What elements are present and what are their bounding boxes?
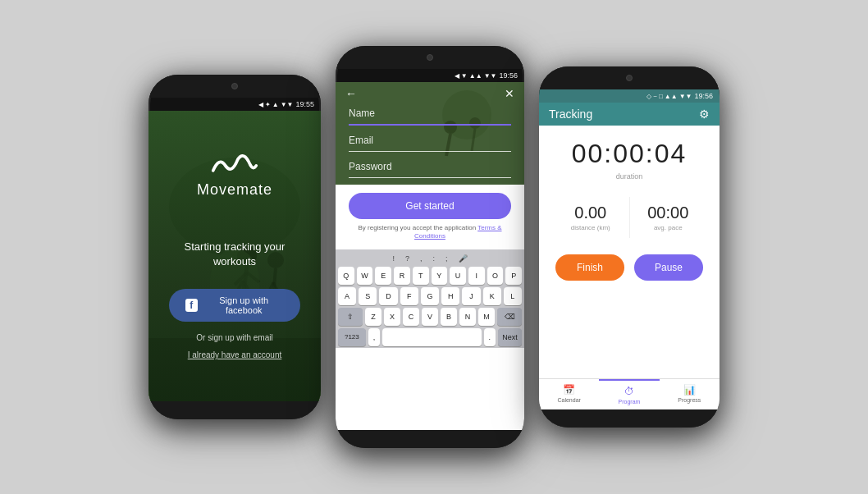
comma-key[interactable]: , — [368, 328, 380, 346]
key-f[interactable]: F — [400, 287, 418, 305]
key-colon[interactable]: : — [429, 253, 440, 264]
space-key[interactable] — [382, 328, 481, 346]
form-below: Get started By registering you accept th… — [336, 185, 524, 249]
facebook-icon: f — [185, 299, 198, 312]
stats-row: 0.00 distance (km) 00:00 avg. pace — [552, 197, 706, 238]
progress-icon: 📊 — [683, 384, 696, 396]
name-field-container — [349, 105, 511, 126]
facebook-signup-button[interactable]: f Sign up with facebook — [169, 289, 300, 322]
password-input[interactable] — [349, 159, 511, 174]
key-t[interactable]: T — [413, 267, 429, 285]
phone-camera-3 — [626, 75, 633, 81]
duration-label: duration — [616, 172, 643, 181]
login-content: Movemate Starting tracking your workouts… — [148, 111, 321, 401]
key-p[interactable]: P — [505, 267, 522, 285]
key-l[interactable]: L — [504, 287, 522, 305]
nav-progress-label: Progress — [678, 397, 701, 403]
bottom-nav: 📅 Calendar ⏱ Program 📊 Progress — [539, 378, 720, 409]
screen-signup: ← ✕ Get started By registering you a — [336, 82, 524, 430]
tracking-body: 00:00:04 duration 0.00 distance (km) 00:… — [539, 126, 720, 294]
key-s[interactable]: S — [359, 287, 377, 305]
shift-key[interactable]: ⇧ — [338, 308, 363, 326]
key-h[interactable]: H — [441, 287, 459, 305]
key-z[interactable]: Z — [365, 308, 381, 326]
pause-button[interactable]: Pause — [634, 254, 703, 281]
symbols-key[interactable]: ?123 — [338, 328, 366, 346]
tagline: Starting tracking your workouts — [162, 240, 308, 269]
key-v[interactable]: V — [422, 308, 438, 326]
key-a[interactable]: A — [338, 287, 356, 305]
screen-tracking: Tracking ⚙ 00:00:04 duration 0.00 distan… — [539, 103, 720, 409]
phone-login: ◀ ✦ ▲ ▼▼ 19:55 — [148, 75, 321, 419]
key-q[interactable]: Q — [338, 267, 354, 285]
status-icons-3: ◇ ~ □ ▲▲ ▼▼ — [646, 93, 692, 100]
kb-row-3: ⇧ Z X C V B N M ⌫ — [338, 308, 522, 326]
status-icons-2: ◀ ▼ ▲▲ ▼▼ — [455, 72, 497, 80]
nav-progress[interactable]: 📊 Progress — [660, 379, 720, 409]
action-row: Finish Pause — [552, 254, 706, 281]
phone-camera — [231, 83, 238, 89]
screen-login: Movemate Starting tracking your workouts… — [148, 111, 321, 401]
form-header: ← ✕ — [336, 82, 524, 103]
calendar-icon: 📅 — [563, 384, 575, 396]
pace-label: avg. pace — [654, 224, 683, 231]
key-o[interactable]: O — [487, 267, 504, 285]
backspace-key[interactable]: ⌫ — [497, 308, 522, 326]
status-bar-1: ◀ ✦ ▲ ▼▼ 19:55 — [148, 98, 321, 111]
phone-camera-2 — [427, 54, 433, 61]
nav-calendar[interactable]: 📅 Calendar — [539, 379, 599, 409]
distance-label: distance (km) — [571, 224, 610, 231]
terms-text: By registering you accept the applicatio… — [349, 224, 511, 241]
pace-value: 00:00 — [647, 204, 688, 222]
key-g[interactable]: G — [421, 287, 439, 305]
nav-program-label: Program — [619, 399, 641, 405]
key-semicolon[interactable]: ; — [441, 253, 452, 264]
kb-row-4: ?123 , . Next — [338, 328, 522, 346]
email-field-container — [349, 132, 511, 152]
key-e[interactable]: E — [375, 267, 391, 285]
nav-calendar-label: Calendar — [557, 397, 580, 403]
close-button[interactable]: ✕ — [505, 87, 514, 100]
period-key[interactable]: . — [484, 328, 496, 346]
key-x[interactable]: X — [384, 308, 400, 326]
or-text: Or sign up with email — [196, 333, 272, 342]
key-n[interactable]: N — [459, 308, 476, 326]
key-d[interactable]: D — [379, 287, 397, 305]
back-arrow[interactable]: ← — [345, 87, 357, 100]
key-u[interactable]: U — [450, 267, 466, 285]
key-question[interactable]: ? — [401, 253, 413, 264]
name-input[interactable] — [349, 106, 511, 121]
distance-stat: 0.00 distance (km) — [552, 197, 630, 238]
account-link[interactable]: I already have an account — [188, 350, 282, 359]
kb-symbol-row: ! ? , : ; 🎤 — [338, 253, 522, 264]
nav-program[interactable]: ⏱ Program — [599, 379, 659, 409]
status-time-3: 19:56 — [694, 92, 713, 100]
status-time-1: 19:55 — [295, 100, 314, 108]
email-input[interactable] — [349, 133, 511, 148]
kb-row-2: A S D F G H J K L — [338, 287, 522, 305]
key-y[interactable]: Y — [432, 267, 448, 285]
next-key[interactable]: Next — [498, 328, 522, 346]
settings-icon[interactable]: ⚙ — [699, 107, 710, 121]
key-w[interactable]: W — [357, 267, 373, 285]
status-bar-2: ◀ ▼ ▲▲ ▼▼ 19:56 — [336, 69, 524, 82]
key-c[interactable]: C — [403, 308, 419, 326]
key-j[interactable]: J — [462, 287, 480, 305]
phone-tracking: ◇ ~ □ ▲▲ ▼▼ 19:56 Tracking ⚙ 00:00:04 du… — [539, 66, 720, 428]
tracking-header: Tracking ⚙ — [539, 103, 720, 126]
key-i[interactable]: I — [468, 267, 485, 285]
mic-icon[interactable]: 🎤 — [455, 253, 472, 264]
get-started-button[interactable]: Get started — [349, 193, 511, 219]
app-name: Movemate — [197, 181, 272, 199]
key-b[interactable]: B — [441, 308, 457, 326]
key-k[interactable]: K — [483, 287, 501, 305]
finish-button[interactable]: Finish — [555, 254, 624, 281]
distance-value: 0.00 — [574, 204, 606, 222]
key-excl[interactable]: ! — [388, 253, 399, 264]
key-m[interactable]: M — [478, 308, 495, 326]
key-comma-sym[interactable]: , — [416, 253, 427, 264]
phone-signup: ◀ ▼ ▲▲ ▼▼ 19:56 — [336, 46, 524, 448]
status-icons-1: ◀ ✦ ▲ ▼▼ — [258, 101, 294, 108]
tracking-title: Tracking — [549, 107, 592, 121]
key-r[interactable]: R — [394, 267, 410, 285]
